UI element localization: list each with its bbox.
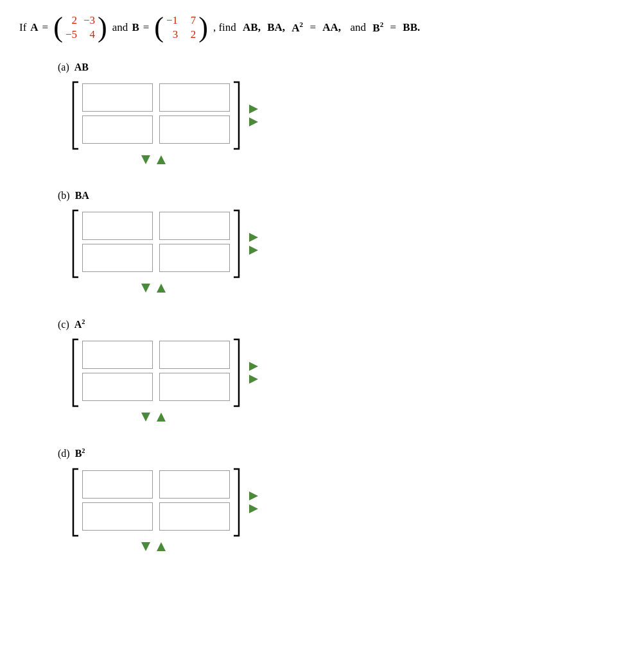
part-a-col-down-arrow[interactable]: [141, 155, 150, 164]
part-a-col-up-arrow[interactable]: [157, 155, 166, 164]
part-a-arrow-right-2: [249, 117, 258, 126]
part-a-r2c1-input[interactable]: [82, 115, 153, 144]
part-d-r2c2-input[interactable]: [159, 502, 230, 531]
part-d-input-grid: [80, 466, 232, 538]
part-a-row-down-arrow[interactable]: [249, 117, 258, 126]
part-c-arrow-down: [141, 413, 150, 422]
b-label: B: [132, 21, 139, 34]
part-d-r1c1-input[interactable]: [82, 470, 153, 499]
part-c-row-arrow-1[interactable]: [249, 362, 258, 371]
part-c-bracket-right: [232, 337, 241, 409]
part-c-col-down-arrow[interactable]: [141, 413, 150, 422]
part-d-row-arrow-2[interactable]: [249, 504, 258, 513]
matrix-a-display: ( 2 −3 −5 4 ): [53, 12, 107, 44]
part-a-section: (a) AB: [58, 62, 625, 164]
part-c-col-up-arrow[interactable]: [157, 413, 166, 422]
b-r1c2: 7: [184, 14, 196, 27]
part-c-row-arrow-2[interactable]: [249, 375, 258, 384]
part-c-r2c1-input[interactable]: [82, 373, 153, 401]
bracket-left-b: (: [154, 13, 164, 42]
part-b-name: BA: [75, 190, 89, 201]
part-a-bracket-wrapper: [71, 80, 241, 151]
part-b-answer: [71, 208, 625, 280]
part-b-row-arrow-2[interactable]: [249, 246, 258, 255]
find-ba: BA,: [267, 21, 288, 34]
a-label: A: [30, 21, 38, 34]
find-ab: AB,: [243, 21, 263, 34]
problem-header: If A = ( 2 −3 −5 4 ) and B = ( −1 7 3 2 …: [19, 12, 625, 44]
find-b2: B2: [372, 21, 383, 35]
part-c-arrow-up: [157, 413, 166, 422]
part-d-row-arrow-1[interactable]: [249, 491, 258, 500]
part-c-col-arrows: [141, 413, 625, 422]
part-d-col-down-arrow[interactable]: [141, 542, 150, 551]
equals-sign-a: =: [42, 21, 49, 34]
part-b-bracket-wrapper: [71, 208, 241, 280]
part-b-col-down-arrow[interactable]: [141, 284, 150, 293]
find-label: , find: [213, 21, 239, 34]
part-c-r2c2-input[interactable]: [159, 373, 230, 401]
part-d-letter: (d): [58, 448, 70, 459]
part-b-section: (b) BA: [58, 190, 625, 293]
part-c-r1c2-input[interactable]: [159, 341, 230, 369]
b-r2c2: 2: [184, 28, 196, 41]
part-a-bracket-right: [232, 80, 241, 151]
part-a-input-grid: [80, 80, 232, 151]
part-b-arrow-down: [141, 284, 150, 293]
part-c-label: (c) A2: [58, 318, 625, 330]
part-a-letter: (a): [58, 62, 69, 73]
part-c-input-grid: [80, 337, 232, 409]
part-b-col-arrows: [141, 284, 625, 293]
part-b-row-arrow-1[interactable]: [249, 233, 258, 242]
part-d-col-arrows: [141, 542, 625, 551]
part-b-r1c2-input[interactable]: [159, 212, 230, 240]
part-d-answer: [71, 466, 625, 538]
part-a-r2c2-input[interactable]: [159, 115, 230, 144]
part-b-arrow-up: [157, 284, 166, 293]
a-r2c2: 4: [83, 28, 95, 41]
matrix-a-content: 2 −3 −5 4: [63, 12, 98, 44]
part-b-bracket-left: [71, 208, 80, 280]
part-d-bracket-right: [232, 466, 241, 538]
part-a-r1c2-input[interactable]: [159, 83, 230, 112]
part-b-r1c1-input[interactable]: [82, 212, 153, 240]
part-a-name: AB: [74, 62, 89, 73]
part-c-bracket-wrapper: [71, 337, 241, 409]
part-b-col-up-arrow[interactable]: [157, 284, 166, 293]
part-b-bracket-right: [232, 208, 241, 280]
part-a-r1c1-input[interactable]: [82, 83, 153, 112]
find-and2: and: [345, 21, 369, 34]
part-d-bracket-wrapper: [71, 466, 241, 538]
part-d-arrow-up: [157, 542, 166, 551]
equals-sign-b: =: [143, 21, 150, 34]
part-d-r1c2-input[interactable]: [159, 470, 230, 499]
part-d-bracket-left: [71, 466, 80, 538]
a-r2c1: −5: [65, 28, 77, 41]
part-c-row-arrows: [249, 362, 258, 384]
part-c-name: A2: [74, 318, 85, 330]
find-a2: A2: [292, 21, 303, 35]
part-d-arrow-right-1: [249, 491, 258, 500]
find-bb: BB.: [403, 21, 420, 34]
part-d-r2c1-input[interactable]: [82, 502, 153, 531]
part-b-label: (b) BA: [58, 190, 625, 201]
part-b-letter: (b): [58, 190, 70, 201]
part-c-arrow-right-2: [249, 375, 258, 384]
find-eq-bb: =: [387, 21, 399, 34]
part-d-col-up-arrow[interactable]: [157, 542, 166, 551]
part-c-letter: (c): [58, 319, 69, 330]
part-a-row-arrows: [249, 105, 258, 126]
a-r1c1: 2: [65, 14, 77, 27]
b-r1c1: −1: [166, 14, 178, 27]
part-c-r1c1-input[interactable]: [82, 341, 153, 369]
part-b-r2c2-input[interactable]: [159, 244, 230, 272]
part-c-section: (c) A2: [58, 318, 625, 422]
b-r2c1: 3: [166, 28, 178, 41]
part-d-name: B2: [75, 447, 85, 459]
a-r1c2: −3: [83, 14, 95, 27]
part-b-r2c1-input[interactable]: [82, 244, 153, 272]
part-b-row-arrows: [249, 233, 258, 255]
matrix-b-display: ( −1 7 3 2 ): [154, 12, 208, 44]
find-aa: AA,: [322, 21, 341, 34]
part-a-row-up-arrow[interactable]: [249, 105, 258, 114]
